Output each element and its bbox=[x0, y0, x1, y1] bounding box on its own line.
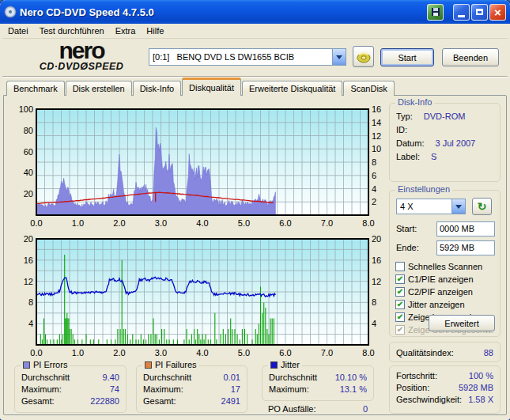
settings-groupbox: Einstellungen 4 X ↻ Start: Ende: Schnell… bbox=[389, 190, 501, 337]
svg-text:7.0: 7.0 bbox=[321, 348, 333, 358]
minimize-button[interactable] bbox=[453, 4, 470, 21]
checkbox-icon[interactable]: ✔ bbox=[395, 312, 405, 322]
position-value: 5928 MB bbox=[459, 383, 493, 392]
jitter-avg-label: Durchschnitt bbox=[269, 373, 317, 382]
menu-test-durchfuehren[interactable]: Test durchführen bbox=[34, 25, 110, 37]
advanced-button[interactable]: Erweitert bbox=[429, 315, 495, 331]
disk-label-label: Label: bbox=[396, 152, 420, 161]
maximize-button[interactable] bbox=[471, 4, 488, 21]
minimize-icon bbox=[458, 15, 465, 17]
disc-eject-icon bbox=[357, 51, 371, 63]
svg-text:80: 80 bbox=[24, 126, 33, 135]
disk-date-value: 3 Jul 2007 bbox=[435, 138, 493, 148]
refresh-drive-button[interactable]: ↻ bbox=[472, 198, 492, 215]
menu-extra[interactable]: Extra bbox=[110, 25, 142, 37]
jitter-legend-swatch bbox=[270, 361, 278, 369]
chevron-down-icon[interactable] bbox=[332, 49, 346, 65]
pi-errors-legend-swatch bbox=[23, 361, 30, 369]
checkbox-jitter-anzeigen[interactable]: ✔Jitter anzeigen bbox=[395, 298, 498, 311]
close-button[interactable]: × bbox=[489, 4, 506, 21]
checkbox-label: C1/PIE anzeigen bbox=[408, 274, 474, 284]
progress-box: Fortschritt:100 % Position:5928 MB Gesch… bbox=[389, 365, 501, 414]
disk-id-value bbox=[418, 125, 493, 134]
svg-text:2.0: 2.0 bbox=[113, 348, 125, 358]
tab-scandisk[interactable]: ScanDisk bbox=[343, 81, 394, 96]
quality-index-value: 88 bbox=[484, 348, 493, 358]
svg-text:3.0: 3.0 bbox=[155, 218, 167, 228]
svg-text:16: 16 bbox=[24, 255, 33, 265]
svg-text:4: 4 bbox=[372, 184, 376, 194]
drive-select[interactable]: [0:1] BENQ DVD LS DW1655 BCIB bbox=[149, 48, 346, 66]
start-field-row: Start: bbox=[396, 221, 495, 236]
start-position-label: Start: bbox=[396, 224, 417, 233]
nero-logo-text: nero bbox=[18, 40, 145, 61]
pi-failures-title: PI Failures bbox=[155, 360, 197, 369]
svg-text:1.0: 1.0 bbox=[72, 348, 84, 358]
checkbox-c2-pif-anzeigen[interactable]: ✔C2/PIF anzeigen bbox=[395, 286, 498, 298]
po-failures-row: PO Ausfälle: 0 bbox=[262, 403, 374, 414]
start-button[interactable]: Start bbox=[380, 48, 434, 66]
menu-hilfe[interactable]: Hilfe bbox=[141, 25, 169, 37]
svg-text:8: 8 bbox=[28, 297, 33, 307]
pi-errors-stats-box: PI Errors Durchschnitt9.40 Maximum:74 Ge… bbox=[14, 365, 127, 413]
svg-text:16: 16 bbox=[372, 104, 381, 114]
pif-total-value: 2491 bbox=[221, 396, 240, 406]
disk-type-label: Typ: bbox=[396, 112, 413, 121]
nero-logo: nero CD·DVDØSPEED bbox=[18, 40, 145, 72]
settings-title: Einstellungen bbox=[395, 184, 452, 194]
tab-erweiterte-diskqualitaet[interactable]: Erweiterte Diskqualität bbox=[242, 81, 342, 96]
svg-text:3.0: 3.0 bbox=[155, 348, 167, 358]
disk-type-value: DVD-ROM bbox=[424, 112, 493, 121]
checkbox-icon[interactable]: ✔ bbox=[395, 287, 405, 297]
tab-benchmark[interactable]: Benchmark bbox=[6, 81, 65, 96]
pif-max-label: Maximum: bbox=[143, 384, 183, 394]
svg-text:8.0: 8.0 bbox=[362, 348, 374, 358]
maximize-icon bbox=[476, 9, 483, 15]
pie-avg-value: 9.40 bbox=[103, 373, 119, 382]
tab-disk-info[interactable]: Disk-Info bbox=[133, 81, 181, 96]
pi-errors-chart: 100806040201614121086420.01.02.03.04.05.… bbox=[6, 98, 386, 228]
pif-avg-value: 0.01 bbox=[224, 373, 240, 382]
svg-text:2.0: 2.0 bbox=[113, 218, 125, 228]
position-label: Position: bbox=[396, 383, 429, 392]
drive-select-value: [0:1] BENQ DVD LS DW1655 BCIB bbox=[149, 52, 332, 62]
svg-text:5.0: 5.0 bbox=[238, 348, 250, 358]
checkbox-schnelles-scannen[interactable]: Schnelles Scannen bbox=[395, 260, 498, 273]
refresh-icon: ↻ bbox=[478, 200, 487, 213]
checkbox-label: C2/PIF anzeigen bbox=[408, 287, 473, 297]
header-separator bbox=[2, 76, 508, 78]
pif-avg-label: Durchschnitt bbox=[143, 373, 191, 382]
checkbox-icon[interactable]: ✔ bbox=[395, 274, 405, 284]
svg-text:8: 8 bbox=[372, 297, 376, 307]
pif-max-value: 17 bbox=[231, 384, 240, 394]
checkbox-icon[interactable] bbox=[395, 262, 405, 271]
po-failures-label: PO Ausfälle: bbox=[268, 404, 316, 414]
svg-text:100: 100 bbox=[19, 104, 33, 114]
checkbox-c1-pie-anzeigen[interactable]: ✔C1/PIE anzeigen bbox=[395, 273, 498, 286]
svg-text:60: 60 bbox=[24, 147, 33, 157]
po-failures-value: 0 bbox=[363, 404, 368, 414]
pie-total-label: Gesamt: bbox=[21, 396, 55, 406]
quit-button[interactable]: Beenden bbox=[442, 48, 499, 66]
app-window: Nero CD-DVD Speed 4.7.5.0 × Datei Test d… bbox=[0, 0, 510, 420]
speed-select[interactable]: 4 X bbox=[396, 199, 466, 214]
svg-text:6.0: 6.0 bbox=[279, 348, 291, 358]
cd-dvd-speed-logo-text: CD·DVDØSPEED bbox=[18, 61, 145, 72]
jitter-avg-value: 10.10 % bbox=[335, 373, 367, 382]
disk-date-label: Datum: bbox=[396, 138, 424, 148]
tab-diskqualitaet[interactable]: Diskqualität bbox=[182, 78, 241, 96]
save-screenshot-button[interactable] bbox=[427, 4, 444, 21]
quality-index-label: Qualitätsindex: bbox=[396, 348, 454, 358]
quality-index-box: Qualitätsindex:88 bbox=[389, 342, 501, 362]
svg-text:12: 12 bbox=[372, 277, 381, 286]
checkbox-icon[interactable]: ✔ bbox=[395, 300, 405, 309]
pie-max-label: Maximum: bbox=[21, 384, 62, 394]
end-position-input[interactable] bbox=[436, 240, 495, 255]
menu-datei[interactable]: Datei bbox=[2, 25, 34, 37]
speed-value: 1.58 X bbox=[468, 395, 493, 404]
tab-disk-erstellen[interactable]: Disk erstellen bbox=[66, 81, 132, 96]
start-position-input[interactable] bbox=[436, 221, 495, 236]
svg-text:2: 2 bbox=[372, 197, 376, 206]
eject-disc-button[interactable] bbox=[353, 46, 374, 67]
chevron-down-icon[interactable] bbox=[451, 199, 465, 214]
